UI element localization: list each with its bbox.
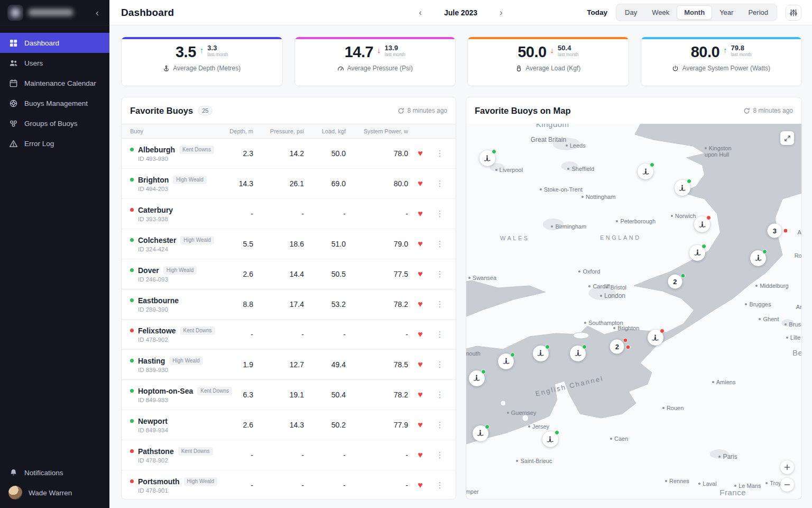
buoy-name-cell: PortsmouthHigh WealdID 478-901: [130, 477, 216, 494]
buoy-id: ID 849-934: [138, 427, 216, 433]
sidebar-item-error-log[interactable]: Error Log: [0, 133, 109, 153]
table-row[interactable]: Hoptom-on-SeaKent DownsID 849-9336.319.1…: [122, 380, 456, 410]
row-menu-icon[interactable]: ⋮: [432, 420, 447, 430]
map-buoy-marker[interactable]: [542, 431, 558, 447]
row-menu-icon[interactable]: ⋮: [432, 179, 447, 188]
table-row[interactable]: AlbeburghKent DownsID 493-9302.314.250.0…: [122, 139, 456, 169]
favorite-heart-icon[interactable]: ♥: [408, 330, 432, 339]
sidebar-item-maintenance-calendar[interactable]: Maintenance Calendar: [0, 73, 109, 93]
tab-day[interactable]: Day: [617, 5, 644, 20]
tab-year[interactable]: Year: [712, 5, 741, 20]
table-row[interactable]: EastbourneID 289-3908.817.453.278.2♥⋮: [122, 289, 456, 320]
row-menu-icon[interactable]: ⋮: [432, 480, 447, 490]
tab-period[interactable]: Period: [741, 5, 776, 20]
map-buoy-marker[interactable]: [570, 346, 586, 361]
sidebar-collapse-icon[interactable]: ‹: [93, 7, 102, 19]
favorite-heart-icon[interactable]: ♥: [408, 149, 432, 158]
depth-icon: [163, 65, 170, 72]
row-menu-icon[interactable]: ⋮: [432, 450, 447, 460]
tab-month[interactable]: Month: [677, 5, 712, 20]
table-row[interactable]: CaterburyID 393-938----♥⋮: [122, 199, 456, 229]
map-buoy-marker[interactable]: [689, 245, 705, 261]
row-menu-icon[interactable]: ⋮: [432, 149, 447, 158]
sidebar-item-buoys-management[interactable]: Buoys Management: [0, 93, 109, 113]
prev-period-icon[interactable]: ‹: [416, 8, 425, 17]
favorite-heart-icon[interactable]: ♥: [408, 480, 432, 490]
buoy-id: ID 478-901: [138, 487, 216, 494]
buoy-power-value: 77.9: [346, 421, 408, 429]
table-row[interactable]: BrightonHigh WealdID 494-20314.326.169.0…: [122, 169, 456, 199]
stat-card-load: 50.0↓50.4last monthAverage Load (Kgf): [467, 37, 629, 86]
buoy-power-value: 78.2: [346, 391, 408, 399]
buoy-status-dot: [130, 419, 134, 423]
map-canvas[interactable]: KingdomGreat BritainLeedsKingston upon H…: [466, 124, 801, 499]
favorite-buoys-count: 25: [198, 106, 213, 115]
sidebar-user[interactable]: Wade Warren: [0, 483, 109, 503]
map-buoy-marker[interactable]: [648, 330, 663, 346]
favorite-heart-icon[interactable]: ♥: [408, 360, 432, 369]
today-button[interactable]: Today: [587, 8, 607, 16]
favorite-heart-icon[interactable]: ♥: [408, 209, 432, 219]
map-expand-button[interactable]: [780, 131, 794, 145]
sidebar-menu: DashboardUsersMaintenance CalendarBuoys …: [0, 33, 109, 153]
map-cluster[interactable]: 3: [768, 224, 782, 238]
tab-week[interactable]: Week: [644, 5, 677, 20]
favorite-heart-icon[interactable]: ♥: [408, 239, 432, 249]
buoy-name-cell: DoverHigh WealdID 246-093: [130, 266, 216, 283]
row-menu-icon[interactable]: ⋮: [432, 209, 447, 219]
favorites-refresh[interactable]: 8 minutes ago: [398, 107, 447, 114]
map-buoy-marker[interactable]: [750, 250, 766, 266]
table-row[interactable]: ColchesterHigh WealdID 324-4245.518.651.…: [122, 229, 456, 259]
buoy-load-value: 50.4: [304, 391, 346, 399]
buoy-power-value: -: [346, 451, 408, 459]
favorite-heart-icon[interactable]: ♥: [408, 390, 432, 400]
map-buoy-marker[interactable]: [473, 425, 488, 441]
filter-button[interactable]: [786, 5, 801, 21]
sidebar-item-label: Notifications: [24, 469, 63, 477]
stat-main: 14.7↓13.9last month: [345, 44, 405, 60]
map-buoy-marker[interactable]: [498, 353, 514, 369]
table-row[interactable]: PathstoneKent DownsID 478-902----♥⋮: [122, 440, 456, 470]
map-buoy-marker[interactable]: [479, 150, 495, 166]
map-buoy-marker[interactable]: [694, 216, 710, 232]
sidebar-item-groups-of-buoys[interactable]: Groups of Buoys: [0, 113, 109, 133]
favorite-heart-icon[interactable]: ♥: [408, 300, 432, 309]
map-cluster[interactable]: 2: [610, 340, 624, 354]
map-buoy-marker[interactable]: [638, 164, 653, 179]
favorite-heart-icon[interactable]: ♥: [408, 179, 432, 188]
row-menu-icon[interactable]: ⋮: [432, 330, 447, 339]
table-row[interactable]: FelixstoweKent DownsID 478-902----♥⋮: [122, 320, 456, 350]
row-menu-icon[interactable]: ⋮: [432, 269, 447, 279]
sidebar-item-users[interactable]: Users: [0, 53, 109, 73]
cluster-count: 2: [615, 343, 619, 351]
buoy-pressure-value: 19.1: [253, 391, 304, 399]
next-period-icon[interactable]: ›: [496, 8, 506, 17]
favorite-heart-icon[interactable]: ♥: [408, 269, 432, 279]
stat-caption-text: Average Pressure (Psi): [347, 65, 413, 72]
row-menu-icon[interactable]: ⋮: [432, 239, 447, 249]
favorite-heart-icon[interactable]: ♥: [408, 420, 432, 430]
map-buoy-marker[interactable]: [675, 180, 690, 196]
cluster-count: 3: [773, 227, 777, 235]
map-buoy-marker[interactable]: [469, 370, 485, 386]
stat-caption: Average Pressure (Psi): [295, 65, 456, 72]
sidebar-item-dashboard[interactable]: Dashboard: [0, 33, 109, 53]
zoom-in-button[interactable]: [780, 460, 794, 474]
table-row[interactable]: HastingHigh WealdID 839-9301.912.749.478…: [122, 350, 456, 380]
stat-caption-text: Average Depth (Metres): [173, 65, 241, 72]
table-row[interactable]: DoverHigh WealdID 246-0932.614.450.577.5…: [122, 259, 456, 289]
topbar-actions: Today DayWeekMonthYearPeriod: [587, 4, 801, 21]
map-cluster[interactable]: 2: [668, 274, 682, 288]
zoom-out-button[interactable]: [780, 478, 794, 492]
buoy-name: Albeburgh: [138, 146, 175, 154]
map-refresh[interactable]: 8 minutes ago: [743, 107, 793, 114]
period-label: Jule 2023: [444, 8, 477, 17]
table-row[interactable]: NewportID 849-9342.614.350.277.9♥⋮: [122, 410, 456, 440]
table-row[interactable]: PortsmouthHigh WealdID 478-901----♥⋮: [122, 470, 456, 499]
row-menu-icon[interactable]: ⋮: [432, 300, 447, 309]
row-menu-icon[interactable]: ⋮: [432, 390, 447, 400]
map-buoy-marker[interactable]: [533, 346, 549, 361]
favorite-heart-icon[interactable]: ♥: [408, 450, 432, 460]
sidebar-item-notifications[interactable]: Notifications: [0, 462, 109, 483]
row-menu-icon[interactable]: ⋮: [432, 360, 447, 369]
